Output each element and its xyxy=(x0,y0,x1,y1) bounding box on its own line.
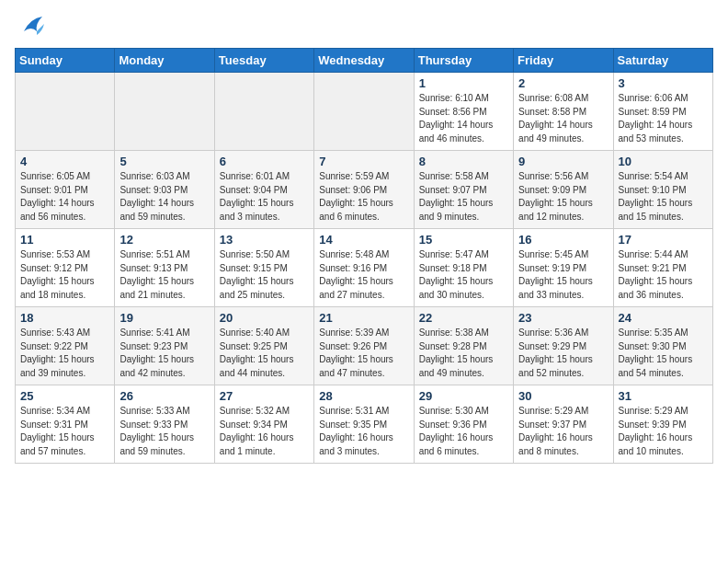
calendar-cell: 21Sunrise: 5:39 AM Sunset: 9:26 PM Dayli… xyxy=(314,307,414,385)
calendar-cell: 15Sunrise: 5:47 AM Sunset: 9:18 PM Dayli… xyxy=(414,229,513,307)
day-number: 9 xyxy=(518,155,608,168)
day-info: Sunrise: 6:08 AM Sunset: 8:58 PM Dayligh… xyxy=(518,92,608,145)
day-number: 5 xyxy=(119,155,209,168)
week-row-5: 25Sunrise: 5:34 AM Sunset: 9:31 PM Dayli… xyxy=(16,385,713,464)
day-info: Sunrise: 5:41 AM Sunset: 9:23 PM Dayligh… xyxy=(119,327,209,380)
calendar-cell: 17Sunrise: 5:44 AM Sunset: 9:21 PM Dayli… xyxy=(613,229,712,307)
calendar-cell: 1Sunrise: 6:10 AM Sunset: 8:56 PM Daylig… xyxy=(414,73,513,151)
day-number: 18 xyxy=(20,311,109,325)
calendar-cell: 7Sunrise: 5:59 AM Sunset: 9:06 PM Daylig… xyxy=(314,151,414,229)
calendar-cell: 12Sunrise: 5:51 AM Sunset: 9:13 PM Dayli… xyxy=(115,229,214,307)
day-number: 23 xyxy=(518,311,608,325)
calendar-cell: 14Sunrise: 5:48 AM Sunset: 9:16 PM Dayli… xyxy=(314,229,414,307)
day-info: Sunrise: 5:31 AM Sunset: 9:35 PM Dayligh… xyxy=(319,405,408,458)
day-info: Sunrise: 5:53 AM Sunset: 9:12 PM Dayligh… xyxy=(20,248,109,302)
calendar-cell: 24Sunrise: 5:35 AM Sunset: 9:30 PM Dayli… xyxy=(613,307,712,385)
calendar-cell: 16Sunrise: 5:45 AM Sunset: 9:19 PM Dayli… xyxy=(514,229,613,307)
day-info: Sunrise: 5:48 AM Sunset: 9:16 PM Dayligh… xyxy=(319,248,408,302)
day-number: 30 xyxy=(518,389,608,403)
day-info: Sunrise: 5:45 AM Sunset: 9:19 PM Dayligh… xyxy=(518,248,608,302)
day-header-tuesday: Tuesday xyxy=(214,49,313,73)
calendar-cell xyxy=(214,73,313,151)
page-header xyxy=(15,15,713,40)
day-header-thursday: Thursday xyxy=(414,49,513,73)
day-number: 28 xyxy=(319,389,408,403)
day-number: 7 xyxy=(319,155,408,168)
logo-bird-icon xyxy=(17,15,44,40)
days-header-row: SundayMondayTuesdayWednesdayThursdayFrid… xyxy=(16,49,713,73)
day-info: Sunrise: 5:35 AM Sunset: 9:30 PM Dayligh… xyxy=(619,327,708,380)
day-number: 16 xyxy=(518,233,608,247)
calendar-cell: 26Sunrise: 5:33 AM Sunset: 9:33 PM Dayli… xyxy=(115,385,214,464)
day-info: Sunrise: 5:59 AM Sunset: 9:06 PM Dayligh… xyxy=(319,170,408,224)
day-info: Sunrise: 5:58 AM Sunset: 9:07 PM Dayligh… xyxy=(419,170,508,224)
day-info: Sunrise: 6:01 AM Sunset: 9:04 PM Dayligh… xyxy=(220,170,309,224)
day-info: Sunrise: 6:05 AM Sunset: 9:01 PM Dayligh… xyxy=(20,170,109,224)
calendar-cell: 22Sunrise: 5:38 AM Sunset: 9:28 PM Dayli… xyxy=(414,307,513,385)
calendar-table: SundayMondayTuesdayWednesdayThursdayFrid… xyxy=(15,48,713,464)
calendar-cell: 19Sunrise: 5:41 AM Sunset: 9:23 PM Dayli… xyxy=(115,307,214,385)
calendar-cell: 11Sunrise: 5:53 AM Sunset: 9:12 PM Dayli… xyxy=(16,229,115,307)
day-number: 24 xyxy=(619,311,708,325)
day-number: 26 xyxy=(119,389,209,403)
day-info: Sunrise: 5:39 AM Sunset: 9:26 PM Dayligh… xyxy=(319,327,408,380)
day-number: 21 xyxy=(319,311,408,325)
day-number: 31 xyxy=(619,389,708,403)
calendar-cell: 20Sunrise: 5:40 AM Sunset: 9:25 PM Dayli… xyxy=(214,307,313,385)
day-number: 25 xyxy=(20,389,109,403)
day-info: Sunrise: 5:51 AM Sunset: 9:13 PM Dayligh… xyxy=(119,248,209,302)
week-row-3: 11Sunrise: 5:53 AM Sunset: 9:12 PM Dayli… xyxy=(16,229,713,307)
day-info: Sunrise: 5:47 AM Sunset: 9:18 PM Dayligh… xyxy=(419,248,508,302)
day-info: Sunrise: 5:36 AM Sunset: 9:29 PM Dayligh… xyxy=(518,327,608,380)
day-info: Sunrise: 5:44 AM Sunset: 9:21 PM Dayligh… xyxy=(619,248,708,302)
day-header-sunday: Sunday xyxy=(16,49,115,73)
day-header-wednesday: Wednesday xyxy=(314,49,414,73)
calendar-cell: 30Sunrise: 5:29 AM Sunset: 9:37 PM Dayli… xyxy=(514,385,613,464)
day-info: Sunrise: 5:32 AM Sunset: 9:34 PM Dayligh… xyxy=(220,405,309,458)
day-number: 20 xyxy=(220,311,309,325)
day-number: 29 xyxy=(419,389,508,403)
day-number: 1 xyxy=(419,76,508,90)
calendar-cell xyxy=(16,73,115,151)
day-info: Sunrise: 5:54 AM Sunset: 9:10 PM Dayligh… xyxy=(619,170,708,224)
day-info: Sunrise: 6:10 AM Sunset: 8:56 PM Dayligh… xyxy=(419,92,508,145)
day-info: Sunrise: 5:38 AM Sunset: 9:28 PM Dayligh… xyxy=(419,327,508,380)
week-row-4: 18Sunrise: 5:43 AM Sunset: 9:22 PM Dayli… xyxy=(16,307,713,385)
calendar-cell: 10Sunrise: 5:54 AM Sunset: 9:10 PM Dayli… xyxy=(613,151,712,229)
day-info: Sunrise: 6:06 AM Sunset: 8:59 PM Dayligh… xyxy=(619,92,708,145)
day-number: 22 xyxy=(419,311,508,325)
day-header-monday: Monday xyxy=(115,49,214,73)
day-number: 15 xyxy=(419,233,508,247)
calendar-cell: 2Sunrise: 6:08 AM Sunset: 8:58 PM Daylig… xyxy=(514,73,613,151)
day-info: Sunrise: 5:56 AM Sunset: 9:09 PM Dayligh… xyxy=(518,170,608,224)
calendar-cell: 27Sunrise: 5:32 AM Sunset: 9:34 PM Dayli… xyxy=(214,385,313,464)
calendar-cell: 31Sunrise: 5:29 AM Sunset: 9:39 PM Dayli… xyxy=(613,385,712,464)
day-number: 14 xyxy=(319,233,408,247)
day-number: 12 xyxy=(119,233,209,247)
calendar-cell: 8Sunrise: 5:58 AM Sunset: 9:07 PM Daylig… xyxy=(414,151,513,229)
day-info: Sunrise: 5:29 AM Sunset: 9:39 PM Dayligh… xyxy=(619,405,708,458)
calendar-cell: 18Sunrise: 5:43 AM Sunset: 9:22 PM Dayli… xyxy=(16,307,115,385)
calendar-cell: 28Sunrise: 5:31 AM Sunset: 9:35 PM Dayli… xyxy=(314,385,414,464)
day-info: Sunrise: 5:29 AM Sunset: 9:37 PM Dayligh… xyxy=(518,405,608,458)
calendar-cell: 23Sunrise: 5:36 AM Sunset: 9:29 PM Dayli… xyxy=(514,307,613,385)
calendar-cell xyxy=(115,73,214,151)
calendar-cell: 5Sunrise: 6:03 AM Sunset: 9:03 PM Daylig… xyxy=(115,151,214,229)
logo xyxy=(15,15,44,40)
calendar-cell: 4Sunrise: 6:05 AM Sunset: 9:01 PM Daylig… xyxy=(16,151,115,229)
day-info: Sunrise: 5:40 AM Sunset: 9:25 PM Dayligh… xyxy=(220,327,309,380)
day-info: Sunrise: 5:50 AM Sunset: 9:15 PM Dayligh… xyxy=(220,248,309,302)
day-number: 17 xyxy=(619,233,708,247)
day-info: Sunrise: 5:30 AM Sunset: 9:36 PM Dayligh… xyxy=(419,405,508,458)
day-number: 8 xyxy=(419,155,508,168)
calendar-cell xyxy=(314,73,414,151)
calendar-cell: 29Sunrise: 5:30 AM Sunset: 9:36 PM Dayli… xyxy=(414,385,513,464)
day-number: 2 xyxy=(518,76,608,90)
day-header-friday: Friday xyxy=(514,49,613,73)
day-info: Sunrise: 6:03 AM Sunset: 9:03 PM Dayligh… xyxy=(119,170,209,224)
day-number: 19 xyxy=(119,311,209,325)
day-info: Sunrise: 5:43 AM Sunset: 9:22 PM Dayligh… xyxy=(20,327,109,380)
week-row-2: 4Sunrise: 6:05 AM Sunset: 9:01 PM Daylig… xyxy=(16,151,713,229)
day-number: 3 xyxy=(619,76,708,90)
day-header-saturday: Saturday xyxy=(613,49,712,73)
